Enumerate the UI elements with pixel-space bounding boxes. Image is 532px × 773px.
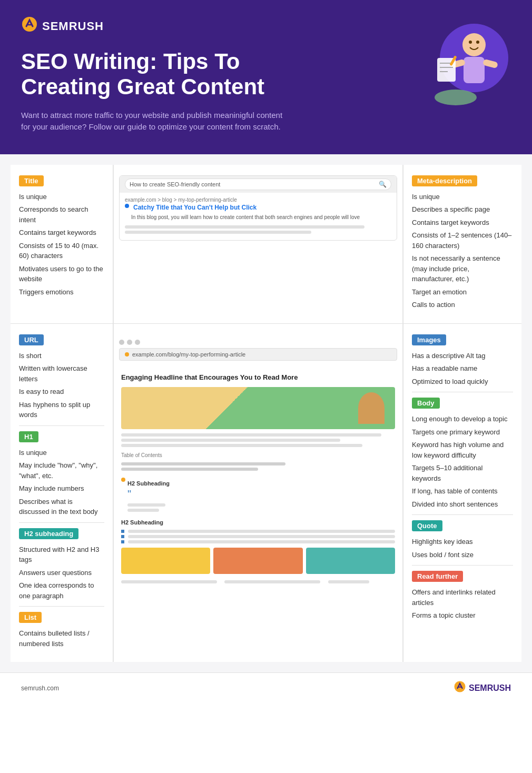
separator — [19, 425, 104, 426]
url-bar: example.com/blog/my-top-performing-artic… — [119, 348, 397, 361]
images-item: Has a descriptive Alt tag — [412, 351, 513, 361]
blue-dot-icon — [125, 204, 129, 208]
meta-item: Is unique — [412, 192, 513, 202]
list-list: Contains bulleted lists / numbered lists — [19, 628, 104, 649]
title-item: Contains target keywords — [19, 227, 104, 238]
title-section: Title Is unique Corresponds to search in… — [11, 165, 113, 323]
dot-orange — [121, 478, 125, 482]
browser-dots — [119, 340, 397, 345]
title-item: Consists of 15 to 40 (max. 60) character… — [19, 241, 104, 261]
toc-label: Table of Contents — [121, 452, 395, 458]
toc-lines — [121, 462, 395, 471]
h2-badge: H2 subheading — [19, 528, 78, 539]
article-mockup: Engaging Headline that Encourages You to… — [119, 366, 397, 591]
meta-item: Contains target keywords — [412, 217, 513, 228]
meta-item: Target an emotion — [412, 287, 513, 298]
title-item: Is unique — [19, 192, 104, 202]
browser-content: example.com > blog > my-top-performing-a… — [120, 193, 397, 240]
h2-item: Structured with H2 and H3 tags — [19, 544, 104, 565]
title-badge: Title — [19, 175, 44, 186]
body-item: Targets one primary keyword — [412, 427, 513, 438]
browser-section: How to create SEO-friendly content 🔍 exa… — [113, 165, 403, 323]
list-item: Contains bulleted lists / numbered lists — [19, 628, 104, 649]
url-item: Is easy to read — [19, 386, 104, 397]
h1-item: May include "how", "why", "what", etc. — [19, 460, 104, 481]
footer-url: semrush.com — [21, 685, 59, 692]
browser-search-bar: How to create SEO-friendly content 🔍 — [125, 179, 391, 190]
svg-rect-6 — [464, 57, 485, 83]
left-col-2: URL Is short Written with lowercase lett… — [11, 324, 113, 662]
h2-subheading-1: H2 Subheading " — [121, 476, 395, 514]
images-list: Has a descriptive Alt tag Has a readable… — [412, 351, 513, 387]
title-item: Motivates users to go to the website — [19, 264, 104, 284]
dot-green — [135, 340, 140, 345]
body-item: Keyword has high volume and low keyword … — [412, 440, 513, 460]
read-further-list: Offers and interlinks related articles F… — [412, 587, 513, 621]
title-item: Triggers emotions — [19, 287, 104, 298]
page-description: In this blog post, you will learn how to… — [131, 214, 360, 221]
search-text: How to create SEO-friendly content — [130, 181, 220, 187]
title-item: Corresponds to search intent — [19, 204, 104, 225]
body-lines — [121, 433, 395, 447]
svg-point-14 — [435, 90, 477, 105]
quote-list: Highlights key ideas Uses bold / font si… — [412, 537, 513, 560]
meta-section: Meta-description Is unique Describes a s… — [403, 165, 521, 323]
logo-text: SEMRUSH — [42, 19, 104, 33]
svg-point-3 — [462, 33, 486, 56]
h1-item: Describes what is discussed in the text … — [19, 497, 104, 517]
url-item: Has hyphens to split up words — [19, 400, 104, 420]
h2-label-1: H2 Subheading — [127, 480, 170, 487]
header-illustration — [406, 16, 511, 111]
body-item: Divided into short sentences — [412, 499, 513, 510]
url-text: example.com/blog/my-top-performing-artic… — [132, 351, 245, 358]
url-orange-dot — [125, 352, 129, 356]
meta-item: Calls to action — [412, 300, 513, 310]
h2-2-body-lines — [121, 530, 395, 543]
url-badge: URL — [19, 334, 44, 345]
body-item: If long, has table of contents — [412, 486, 513, 497]
images-item: Has a readable name — [412, 363, 513, 374]
h2-item: Answers user questions — [19, 568, 104, 578]
body-item: Long enough to develop a topic — [412, 414, 513, 424]
meta-list: Is unique Describes a specific page Cont… — [412, 192, 513, 310]
url-list: Is short Written with lowercase letters … — [19, 351, 104, 420]
read-further-item: Forms a topic cluster — [412, 610, 513, 621]
quote-badge: Quote — [412, 520, 442, 531]
page-link: Catchy Title that You Can't Help but Cli… — [133, 204, 257, 211]
list-bullet — [121, 535, 124, 538]
bottom-img-3 — [306, 548, 395, 574]
image-shape — [358, 392, 385, 424]
dot-red — [119, 340, 124, 345]
main-content: Title Is unique Corresponds to search in… — [0, 154, 532, 673]
bottom-img-1 — [121, 548, 210, 574]
meta-item: Consists of 1–2 sentences (140–160 chara… — [412, 230, 513, 251]
url-mockup: example.com/blog/my-top-performing-artic… — [119, 340, 397, 361]
breadcrumb: example.com > blog > my-top-performing-a… — [125, 197, 391, 203]
separator — [412, 514, 513, 515]
article-headline: Engaging Headline that Encourages You to… — [121, 373, 395, 382]
images-badge: Images — [412, 334, 446, 345]
browser-bar: How to create SEO-friendly content 🔍 — [120, 176, 397, 193]
list-bullet — [121, 530, 124, 533]
quote-item: Uses bold / font size — [412, 550, 513, 560]
url-item: Is short — [19, 351, 104, 361]
read-further-badge: Read further — [412, 571, 463, 582]
page-title: SEO Writing: Tips To Creating Great Cont… — [21, 49, 316, 100]
meta-item: Describes a specific page — [412, 204, 513, 215]
page-subtitle: Want to attract more traffic to your web… — [21, 110, 284, 133]
h2-body-lines — [127, 503, 170, 512]
read-further-item: Offers and interlinks related articles — [412, 587, 513, 608]
separator — [19, 606, 104, 607]
url-item: Written with lowercase letters — [19, 363, 104, 384]
separator — [412, 392, 513, 392]
separator — [412, 565, 513, 566]
article-image — [121, 387, 395, 429]
svg-point-4 — [469, 41, 472, 44]
quote-item: Highlights key ideas — [412, 537, 513, 547]
h2-item: One idea corresponds to one paragraph — [19, 580, 104, 601]
footer: semrush.com SEMRUSH — [0, 672, 532, 703]
separator — [19, 522, 104, 523]
toc-section: Table of Contents — [121, 452, 395, 471]
h2-label-2: H2 Subheading — [121, 519, 395, 526]
quote-icon: " — [127, 489, 170, 499]
